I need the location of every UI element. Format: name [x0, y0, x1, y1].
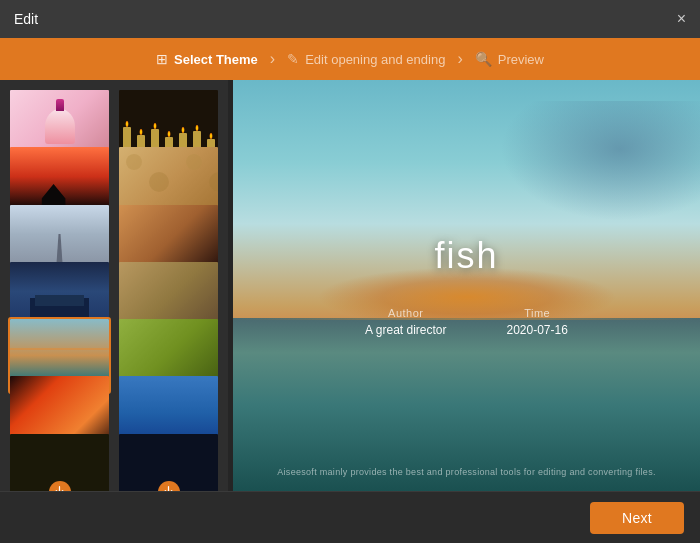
bottom-bar: Next	[0, 491, 700, 543]
author-value: A great director	[365, 323, 446, 337]
download-icon-2[interactable]	[158, 481, 180, 491]
window-title: Edit	[14, 11, 38, 27]
edit-icon: ✎	[287, 51, 299, 67]
preview-panel: fish Author A great director Time 2020-0…	[233, 80, 700, 491]
step-label-1: Select Theme	[174, 52, 258, 67]
time-label: Time	[524, 307, 550, 319]
step-label-2: Edit opening and ending	[305, 52, 445, 67]
step-select-theme[interactable]: ⊞ Select Theme	[144, 51, 270, 67]
footer-text: Aiseesoft mainly provides the best and p…	[277, 467, 656, 477]
main-content: fish Author A great director Time 2020-0…	[0, 80, 700, 491]
theme-download-1[interactable]	[8, 432, 111, 491]
next-button[interactable]: Next	[590, 502, 684, 534]
step-edit-opening[interactable]: ✎ Edit opening and ending	[275, 51, 457, 67]
author-label: Author	[388, 307, 423, 319]
download-icon-1[interactable]	[49, 481, 71, 491]
title-bar: Edit ×	[0, 0, 700, 38]
step-preview[interactable]: 🔍 Preview	[463, 51, 556, 67]
close-button[interactable]: ×	[677, 11, 686, 27]
theme-download-2[interactable]	[117, 432, 220, 491]
step-bar: ⊞ Select Theme › ✎ Edit opening and endi…	[0, 38, 700, 80]
preview-title: fish	[434, 235, 498, 277]
time-value: 2020-07-16	[506, 323, 567, 337]
meta-time: Time 2020-07-16	[506, 307, 567, 337]
meta-author: Author A great director	[365, 307, 446, 337]
step-label-3: Preview	[498, 52, 544, 67]
preview-card: fish Author A great director Time 2020-0…	[233, 80, 700, 491]
preview-footer: Aiseesoft mainly provides the best and p…	[233, 461, 700, 479]
preview-content: fish Author A great director Time 2020-0…	[233, 80, 700, 491]
theme-icon: ⊞	[156, 51, 168, 67]
preview-meta: Author A great director Time 2020-07-16	[365, 307, 568, 337]
preview-icon: 🔍	[475, 51, 492, 67]
theme-panel	[0, 80, 228, 491]
